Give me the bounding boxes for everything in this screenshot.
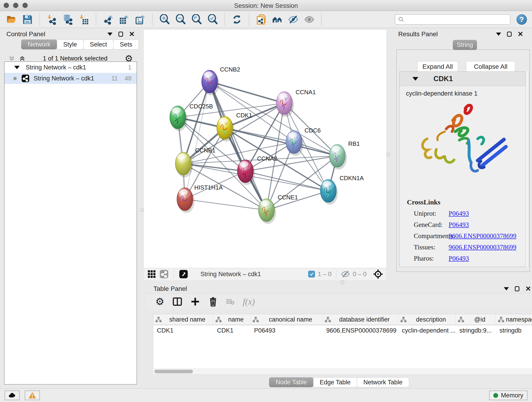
import-database-button[interactable] (61, 13, 74, 26)
zoom-fit-button[interactable] (190, 13, 203, 26)
table-cell[interactable]: P06493 (250, 327, 323, 334)
network-badge-icon[interactable] (159, 269, 169, 279)
hide-selected-button[interactable] (287, 13, 300, 26)
crosslink-link[interactable]: P06493 (449, 210, 469, 217)
network-node-CCNE1[interactable]: CCNE1 (259, 194, 298, 224)
hidden-eye-slash-icon[interactable] (341, 269, 350, 279)
tab-style[interactable]: Style (57, 39, 84, 50)
import-table-button[interactable] (77, 13, 90, 26)
network-view[interactable]: CCNB2CCNA1CDC25BCDK1CDC6RB1CCNB1CCNA2HIS… (144, 30, 386, 280)
table-cell[interactable]: 9606.ENSP00000378699 (323, 327, 398, 334)
delete-column-icon[interactable] (208, 297, 218, 306)
tab-edge-table[interactable]: Edge Table (313, 377, 357, 387)
float-panel-icon[interactable] (108, 32, 113, 36)
export-network-button[interactable] (102, 13, 114, 26)
grid-view-icon[interactable] (147, 269, 156, 279)
search-field[interactable] (395, 14, 510, 25)
table-horizontal-scrollbar[interactable] (153, 369, 532, 375)
tab-select[interactable]: Select (83, 39, 114, 50)
results-panel: Results Panel ✕ String Expand All Collap… (389, 30, 532, 280)
bottom-splitter-handle[interactable] (341, 280, 344, 284)
refresh-button[interactable] (230, 13, 243, 26)
column-header-description[interactable]: description (398, 314, 456, 325)
tab-string[interactable]: String (453, 40, 477, 50)
add-column-icon[interactable] (190, 297, 200, 306)
memory-button[interactable]: Memory (489, 390, 527, 400)
export-table-button[interactable] (118, 13, 131, 26)
export-image-icon (135, 14, 146, 25)
table-cell[interactable]: CDK1 (153, 327, 213, 334)
save-session-button[interactable] (21, 13, 34, 26)
crosslink-link[interactable]: P06493 (449, 255, 469, 262)
maximize-panel-icon[interactable] (119, 32, 123, 37)
zoom-in-button[interactable] (158, 13, 171, 26)
show-all-button[interactable] (303, 13, 316, 26)
left-splitter-handle[interactable] (140, 208, 144, 212)
control-panel: Control Panel ✕ NetworkStyleSelectSets 1… (2, 30, 139, 387)
column-header-database-identifier[interactable]: database identifier (323, 314, 398, 325)
tab-sets[interactable]: Sets (113, 39, 139, 50)
table-row[interactable]: CDK1CDK1P064939606.ENSP00000378699cyclin… (153, 325, 532, 336)
network-node-CDC6[interactable]: CDC6 (286, 127, 321, 156)
network-node-HIST1H1A[interactable]: HIST1H1A (177, 184, 223, 213)
expand-all-button[interactable]: Expand All (417, 61, 458, 72)
cloud-status-button[interactable] (5, 390, 20, 400)
network-canvas[interactable]: CCNB2CCNA1CDC25BCDK1CDC6RB1CCNB1CCNA2HIS… (144, 30, 386, 268)
close-panel-icon[interactable]: ✕ (518, 31, 523, 38)
first-neighbors-button[interactable] (271, 13, 284, 26)
network-node-RB1[interactable]: RB1 (329, 140, 360, 170)
table-cell[interactable]: cyclin-dependent ... (398, 327, 456, 334)
close-panel-icon[interactable]: ✕ (129, 31, 135, 38)
open-folder-icon (6, 14, 17, 25)
table-settings-gear-icon[interactable]: ⚙ (155, 297, 164, 307)
fit-content-crosshair-icon[interactable] (373, 269, 383, 279)
network-node-CCNB2[interactable]: CCNB2 (202, 66, 240, 95)
float-panel-icon[interactable] (504, 287, 509, 290)
tab-network[interactable]: Network (21, 39, 57, 50)
column-header-name[interactable]: name (213, 314, 250, 325)
open-session-button[interactable] (5, 13, 18, 26)
table-cell[interactable]: CDK1 (213, 327, 250, 334)
collapse-section-icon[interactable] (412, 77, 418, 81)
eye-slash-icon (288, 14, 298, 25)
warning-status-button[interactable] (25, 390, 40, 400)
network-node-CCNA1[interactable]: CCNA1 (276, 89, 316, 117)
selected-checkbox[interactable] (308, 271, 315, 278)
network-collection-row[interactable]: String Network – cdk1 1 (5, 62, 137, 73)
table-cell[interactable]: stringdb:9... (456, 327, 496, 334)
collapse-all-icon[interactable] (8, 55, 15, 62)
network-row[interactable]: String Network – cdk1 11 48 (5, 73, 137, 84)
close-panel-icon[interactable]: ✕ (525, 285, 531, 292)
column-header-shared-name[interactable]: shared name (153, 314, 213, 325)
gene-card-header[interactable]: CDK1 (399, 72, 526, 86)
network-node-CDC25B[interactable]: CDC25B (170, 103, 213, 131)
float-panel-icon[interactable] (496, 32, 501, 36)
crosslink-link[interactable]: P06493 (449, 221, 469, 229)
import-network-button[interactable] (45, 13, 58, 26)
zoom-selected-button[interactable] (206, 13, 219, 26)
crosslink-link[interactable]: 9606.ENSP00000378699 (449, 232, 516, 240)
node-label-RB1: RB1 (348, 140, 360, 147)
table-cell[interactable]: stringdb (496, 327, 532, 334)
column-header-canonical-name[interactable]: canonical name (250, 314, 323, 325)
maximize-panel-icon[interactable] (507, 32, 512, 37)
results-scrollbar[interactable] (526, 71, 529, 267)
search-input[interactable] (406, 16, 507, 23)
scrollbar-thumb[interactable] (154, 370, 193, 373)
column-header--id[interactable]: @id (456, 314, 496, 325)
show-columns-icon[interactable] (172, 297, 182, 306)
network-node-CDKN1A[interactable]: CDKN1A (320, 175, 364, 205)
help-button[interactable]: ? (516, 14, 527, 25)
detach-view-icon[interactable] (179, 269, 188, 279)
export-image-button[interactable] (134, 13, 147, 26)
collapse-all-button[interactable]: Collapse All (466, 61, 515, 72)
expand-all-icon[interactable] (19, 55, 26, 62)
column-header-namespace[interactable]: namespace (496, 314, 532, 325)
tab-network-table[interactable]: Network Table (357, 377, 409, 387)
expander-icon[interactable] (14, 66, 20, 69)
tab-node-table[interactable]: Node Table (269, 377, 313, 387)
copy-network-button[interactable] (255, 13, 268, 26)
zoom-out-button[interactable] (174, 13, 187, 26)
maximize-panel-icon[interactable] (515, 286, 519, 291)
crosslink-link[interactable]: 9606.ENSP00000378699 (449, 243, 516, 251)
